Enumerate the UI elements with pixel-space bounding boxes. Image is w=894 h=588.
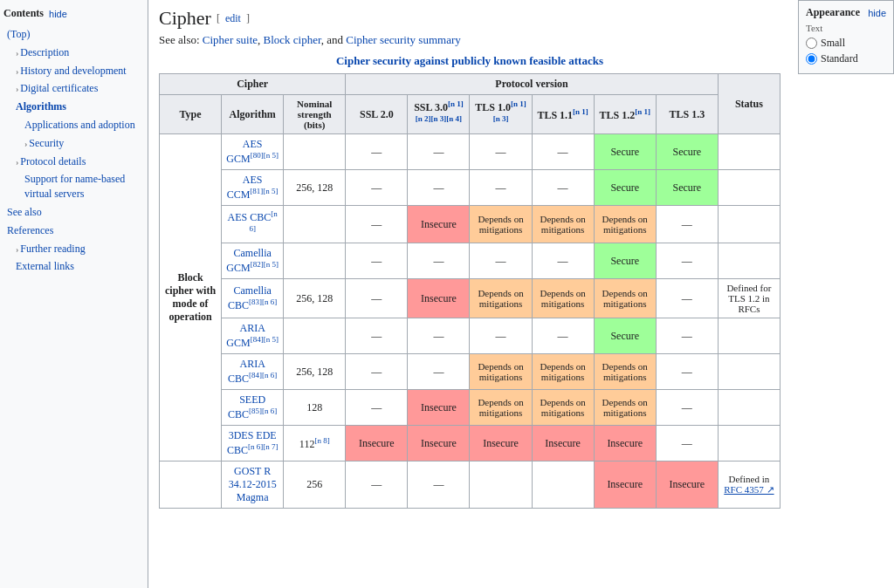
col-tls13: TLS 1.3 [656,95,718,134]
toc-item-protocol-details[interactable]: ›Protocol details [3,153,144,171]
main-content: Cipher [ edit ] See also: Cipher suite, … [148,0,894,588]
ssl20-aria-gcm: — [346,318,408,354]
table-row: ARIA GCM[84][n 5] — — — — Secure — [160,318,781,354]
appearance-panel: Appearance hide Text Small Standard [798,0,894,74]
ssl20-seed-cbc: — [346,390,408,426]
strength-aes-ccm: 256, 128 [284,170,346,206]
toc-hide-button[interactable]: hide [49,9,67,19]
toc-item-external-links[interactable]: External links [3,257,144,276]
tls13-gost: Insecure [656,462,718,509]
tls13-seed-cbc: — [656,390,718,426]
tls13-3des: — [656,426,718,462]
rfc-link[interactable]: RFC 4357 ↗ [724,484,774,495]
toc-item-algorithms[interactable]: Algorithms [3,98,144,116]
type-block-cipher-2 [160,462,222,509]
radio-standard[interactable]: Standard [806,52,886,65]
algo-3des-ede[interactable]: 3DES EDE CBC[n 6][n 7] [222,426,284,462]
strength-camellia-cbc: 256, 128 [284,279,346,318]
table-row: AES CBC[n 6] — Insecure Depends on mitig… [160,206,781,243]
table-row: AES CCM[81][n 5] 256, 128 — — — — Secure… [160,170,781,206]
ssl20-aes-cbc: — [346,206,408,243]
ssl30-3des: Insecure [408,426,470,462]
text-size-options: Small Standard [806,37,886,65]
toc-item-history[interactable]: ›History and development [3,62,144,80]
status-gost: Defined in RFC 4357 ↗ [718,462,780,509]
tls10-camellia-gcm: — [470,243,532,279]
toc-title: Contents [3,7,44,20]
type-block-cipher: Block cipher with mode of operation [160,134,222,462]
status-3des [718,426,780,462]
ssl30-camellia-cbc: Insecure [408,279,470,318]
toc-item-applications[interactable]: Applications and adoption [3,116,144,134]
radio-standard-input[interactable] [806,53,817,65]
toc-item-top[interactable]: (Top) [3,25,144,44]
table-row: Block cipher with mode of operation AES … [160,134,781,170]
tls12-gost: Insecure [594,462,656,509]
status-aes-ccm [718,170,780,206]
table-title: Cipher security against publicly known f… [159,54,781,68]
algo-aes-cbc[interactable]: AES CBC[n 6] [222,206,284,243]
table-row: Camellia CBC[83][n 6] 256, 128 — Insecur… [160,279,781,318]
see-also-block-cipher[interactable]: Block cipher [264,33,321,46]
tls11-aria-gcm: — [532,318,594,354]
tls10-gost [470,462,532,509]
ssl20-gost: — [346,462,408,509]
tls10-aria-gcm: — [470,318,532,354]
toc-item-digital-certs[interactable]: ›Digital certificates [3,79,144,98]
tls13-aes-gcm: Secure [656,134,718,170]
algo-camellia-cbc[interactable]: Camellia CBC[83][n 6] [222,279,284,318]
table-row: GOST R 34.12-2015 Magma 256 — — Insecure… [160,462,781,509]
strength-aes-gcm [284,134,346,170]
radio-small-input[interactable] [806,38,817,49]
tls13-aes-ccm: Secure [656,170,718,206]
radio-small[interactable]: Small [806,37,886,50]
algo-aria-gcm[interactable]: ARIA GCM[84][n 5] [222,318,284,354]
ssl20-3des: Insecure [346,426,408,462]
tls11-camellia-gcm: — [532,243,594,279]
edit-link[interactable]: edit [225,12,241,25]
status-aes-cbc [718,206,780,243]
tls12-seed-cbc: Depends on mitigations [594,390,656,426]
algo-aes-ccm[interactable]: AES CCM[81][n 5] [222,170,284,206]
algo-gost[interactable]: GOST R 34.12-2015 Magma [222,462,284,509]
algo-aria-cbc[interactable]: ARIA CBC[84][n 6] [222,354,284,390]
see-also-cipher-suite[interactable]: Cipher suite [203,33,258,46]
ssl30-aria-cbc: — [408,354,470,390]
col-tls11: TLS 1.1[n 1] [532,95,594,134]
tls12-aes-ccm: Secure [594,170,656,206]
tls13-camellia-cbc: — [656,279,718,318]
ssl30-seed-cbc: Insecure [408,390,470,426]
algo-seed-cbc[interactable]: SEED CBC[85][n 6] [222,390,284,426]
tls11-aes-cbc: Depends on mitigations [532,206,594,243]
tls13-aes-cbc: — [656,206,718,243]
algo-aes-gcm[interactable]: AES GCM[80][n 5] [222,134,284,170]
toc-item-see-also[interactable]: See also [3,203,144,222]
tls10-3des: Insecure [470,426,532,462]
see-also-cipher-security[interactable]: Cipher security summary [346,33,460,46]
strength-aes-cbc [284,206,346,243]
tls12-camellia-gcm: Secure [594,243,656,279]
appearance-title: Appearance [806,6,860,19]
col-strength: Nominal strength (bits) [284,95,346,134]
ssl20-aes-ccm: — [346,170,408,206]
strength-camellia-gcm [284,243,346,279]
toc-item-security[interactable]: ›Security [3,134,144,153]
appearance-hide-button[interactable]: hide [868,8,886,18]
status-aria-gcm [718,318,780,354]
appearance-text-label: Text [806,23,886,33]
ssl20-aria-cbc: — [346,354,408,390]
status-aria-cbc [718,354,780,390]
toc-item-virtual-servers[interactable]: Support for name-based virtual servers [3,170,144,203]
algo-camellia-gcm[interactable]: Camellia GCM[82][n 5] [222,243,284,279]
toc-item-further-reading[interactable]: ›Further reading [3,240,144,258]
toc-item-description[interactable]: ›Description [3,44,144,62]
status-camellia-gcm [718,243,780,279]
table-row: ARIA CBC[84][n 6] 256, 128 — — Depends o… [160,354,781,390]
tls10-seed-cbc: Depends on mitigations [470,390,532,426]
tls12-aes-gcm: Secure [594,134,656,170]
tls10-aria-cbc: Depends on mitigations [470,354,532,390]
tls11-gost [532,462,594,509]
strength-aria-gcm [284,318,346,354]
toc-item-references[interactable]: References [3,222,144,240]
tls13-aria-gcm: — [656,318,718,354]
